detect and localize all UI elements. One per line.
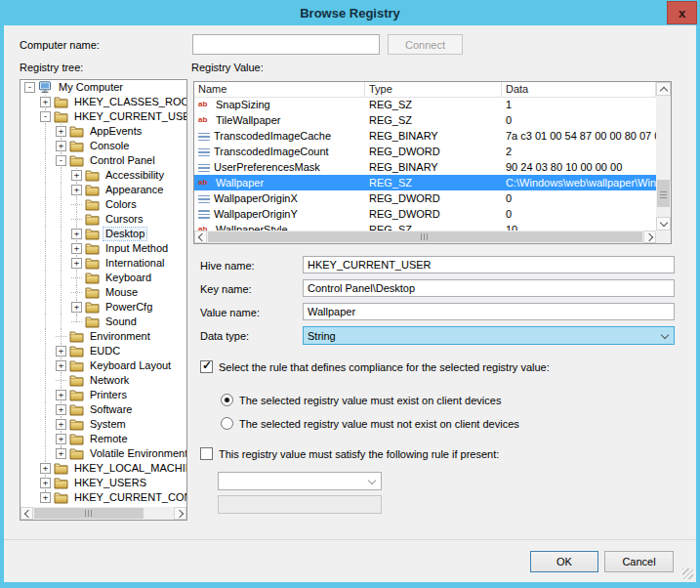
expand-icon[interactable]: + (40, 492, 51, 503)
tree-node-hkey-current-user[interactable]: -HKEY_CURRENT_USER (21, 109, 186, 124)
tree-node-label[interactable]: International (103, 257, 167, 270)
expand-icon[interactable]: + (56, 404, 66, 415)
tree-node-appearance[interactable]: +Appearance (21, 183, 186, 197)
tree-node-hkey-current-config[interactable]: +HKEY_CURRENT_CONFIG (21, 490, 186, 505)
tree-node-hkey-classes-root[interactable]: +HKEY_CLASSES_ROOT (21, 95, 186, 109)
expand-icon[interactable]: + (56, 419, 66, 430)
tree-node-keyboard-layout[interactable]: +Keyboard Layout (21, 358, 186, 373)
tree-node-label[interactable]: Keyboard (103, 272, 153, 284)
tree-node-input-method[interactable]: +Input Method (21, 241, 186, 256)
tree-node-software[interactable]: +Software (21, 402, 186, 417)
expand-icon[interactable]: + (56, 390, 66, 400)
expand-icon[interactable]: + (71, 243, 82, 254)
connect-button[interactable]: Connect (388, 34, 463, 55)
tree-node-label[interactable]: HKEY_LOCAL_MACHINE (72, 462, 186, 475)
registry-row-wallpaperstyle[interactable]: abWallpaperStyleREG_SZ10 (194, 222, 656, 231)
collapse-icon[interactable]: - (24, 82, 35, 93)
expand-icon[interactable]: + (71, 185, 82, 195)
tree-node-desktop[interactable]: +Desktop (21, 227, 186, 241)
expand-icon[interactable]: + (56, 141, 66, 151)
registry-row-wallpaperoriginy[interactable]: WallpaperOriginYREG_DWORD0 (194, 206, 656, 222)
tree-node-label[interactable]: HKEY_USERS (72, 477, 148, 489)
tree-node-label[interactable]: HKEY_CURRENT_USER (72, 110, 186, 123)
tree-node-label[interactable]: My Computer (57, 81, 125, 94)
tree-node-control-panel[interactable]: -Control Panel (21, 153, 186, 168)
tree-node-label[interactable]: Keyboard Layout (88, 359, 173, 372)
must-exist-radio[interactable] (221, 394, 233, 406)
tree-node-label[interactable]: Desktop (103, 228, 146, 240)
expand-icon[interactable]: + (40, 478, 51, 488)
expand-icon[interactable]: + (56, 360, 66, 371)
tree-node-appevents[interactable]: +AppEvents (21, 124, 186, 139)
tree-node-system[interactable]: +System (21, 417, 186, 432)
column-header-name[interactable]: Name (194, 82, 365, 97)
tree-node-label[interactable]: Mouse (103, 286, 140, 299)
tree-hscroll-thumb[interactable] (34, 508, 144, 519)
tree-node-network[interactable]: Network (21, 373, 186, 388)
computer-name-input[interactable] (192, 34, 380, 55)
scroll-down-button[interactable] (656, 217, 671, 231)
tree-horizontal-scrollbar[interactable] (21, 507, 186, 520)
tree-node-label[interactable]: EUDC (88, 345, 122, 357)
hive-name-input[interactable] (303, 256, 675, 273)
tree-node-label[interactable]: Accessibility (103, 169, 166, 182)
tree-node-eudc[interactable]: +EUDC (21, 344, 186, 358)
collapse-icon[interactable]: - (56, 155, 66, 166)
tree-node-cursors[interactable]: Cursors (21, 212, 186, 227)
tree-node-label[interactable]: HKEY_CURRENT_CONFIG (72, 491, 186, 504)
satisfy-rule-checkbox[interactable] (200, 447, 213, 460)
registry-row-transcodedimagecache[interactable]: TranscodedImageCacheREG_BINARY7a c3 01 0… (194, 128, 656, 144)
tree-node-keyboard[interactable]: Keyboard (21, 271, 186, 285)
tree-node-label[interactable]: Remote (88, 433, 130, 445)
column-header-data[interactable]: Data (502, 82, 656, 97)
scroll-left-button[interactable] (21, 507, 33, 520)
scroll-right-button[interactable] (643, 231, 656, 243)
expand-icon[interactable]: + (56, 126, 66, 137)
tree-node-accessibility[interactable]: +Accessibility (21, 168, 186, 183)
scroll-right-button[interactable] (174, 507, 186, 520)
close-button[interactable]: x (667, 1, 697, 24)
tree-node-label[interactable]: Network (88, 374, 131, 387)
list-vscroll-thumb[interactable] (657, 180, 670, 207)
tree-node-label[interactable]: Console (88, 140, 131, 152)
tree-node-international[interactable]: +International (21, 256, 186, 271)
rule-operator-dropdown[interactable] (218, 472, 382, 490)
tree-node-environment[interactable]: Environment (21, 329, 186, 344)
registry-row-wallpaperoriginx[interactable]: WallpaperOriginXREG_DWORD0 (194, 190, 656, 206)
expand-icon[interactable]: + (71, 229, 82, 239)
registry-row-userpreferencesmask[interactable]: UserPreferencesMaskREG_BINARY90 24 03 80… (194, 159, 656, 175)
tree-node-label[interactable]: Colors (103, 198, 139, 211)
tree-node-remote[interactable]: +Remote (21, 432, 186, 446)
tree-node-label[interactable]: Software (88, 403, 134, 416)
compliance-rule-checkbox[interactable] (200, 360, 213, 373)
tree-node-colors[interactable]: Colors (21, 197, 186, 212)
list-vertical-scrollbar[interactable] (656, 82, 671, 231)
expand-icon[interactable]: + (71, 258, 82, 269)
expand-icon[interactable]: + (56, 434, 66, 444)
list-hscroll-thumb[interactable] (208, 231, 642, 242)
expand-icon[interactable]: + (40, 97, 51, 107)
tree-node-printers[interactable]: +Printers (21, 388, 186, 402)
scroll-up-button[interactable] (656, 82, 671, 96)
registry-row-tilewallpaper[interactable]: abTileWallpaperREG_SZ0 (194, 112, 656, 128)
tree-node-label[interactable]: Control Panel (88, 154, 157, 167)
tree-node-label[interactable]: HKEY_CLASSES_ROOT (72, 96, 186, 108)
must-not-exist-radio[interactable] (221, 417, 233, 430)
tree-node-label[interactable]: Environment (88, 330, 152, 343)
list-horizontal-scrollbar[interactable] (194, 231, 656, 243)
cancel-button[interactable]: Cancel (604, 551, 674, 572)
tree-node-label[interactable]: PowerCfg (103, 301, 154, 314)
tree-node-label[interactable]: Cursors (103, 213, 145, 226)
tree-node-mouse[interactable]: Mouse (21, 285, 186, 300)
expand-icon[interactable]: + (56, 346, 66, 357)
registry-row-wallpaper[interactable]: abWallpaperREG_SZC:\Windows\web\wallpape… (194, 175, 656, 190)
value-name-input[interactable] (303, 303, 675, 320)
collapse-icon[interactable]: - (40, 111, 51, 122)
scroll-left-button[interactable] (194, 231, 207, 243)
ok-button[interactable]: OK (530, 551, 598, 572)
tree-node-label[interactable]: System (88, 418, 128, 431)
registry-row-transcodedimagecount[interactable]: TranscodedImageCountREG_DWORD2 (194, 144, 656, 159)
expand-icon[interactable]: + (40, 463, 51, 474)
rule-value-input[interactable] (218, 495, 382, 514)
expand-icon[interactable]: + (56, 448, 66, 459)
